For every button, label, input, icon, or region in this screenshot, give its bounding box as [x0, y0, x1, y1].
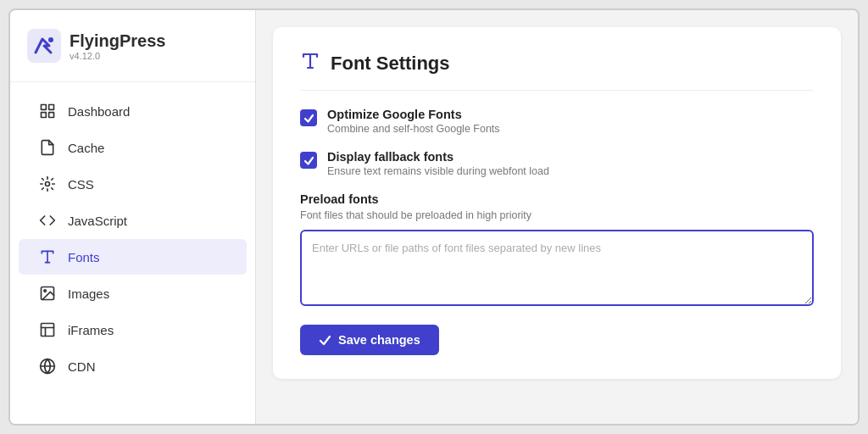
- display-fallback-fonts-title: Display fallback fonts: [327, 150, 549, 164]
- settings-card: Font Settings Optimize Google Fonts Comb…: [273, 27, 841, 379]
- save-changes-button[interactable]: Save changes: [300, 325, 439, 355]
- cdn-icon: [39, 358, 56, 375]
- javascript-icon: [39, 212, 56, 229]
- svg-rect-4: [42, 113, 47, 118]
- images-icon: [39, 285, 56, 302]
- fonts-icon: [39, 248, 56, 265]
- sidebar-item-images-label: Images: [68, 287, 109, 301]
- svg-rect-3: [49, 105, 54, 110]
- sidebar-nav: Dashboard Cache CSS: [10, 82, 255, 410]
- svg-point-10: [44, 290, 47, 292]
- main-content: Font Settings Optimize Google Fonts Comb…: [256, 10, 858, 424]
- preload-fonts-section: Preload fonts Font files that should be …: [300, 192, 814, 306]
- sidebar-item-cache-label: Cache: [68, 141, 104, 155]
- optimize-google-fonts-title: Optimize Google Fonts: [327, 108, 500, 121]
- save-button-label: Save changes: [338, 333, 420, 347]
- display-fallback-fonts-desc: Ensure text remains visible during webfo…: [327, 165, 549, 177]
- app-version: v4.12.0: [70, 51, 165, 61]
- preload-fonts-desc: Font files that should be preloaded in h…: [300, 209, 814, 221]
- sidebar-item-css[interactable]: CSS: [19, 166, 247, 202]
- svg-point-1: [48, 37, 53, 42]
- display-fallback-fonts-checkbox[interactable]: [300, 152, 317, 169]
- app-name: FlyingPress: [70, 31, 165, 51]
- sidebar-item-images[interactable]: Images: [19, 275, 247, 311]
- cache-icon: [39, 139, 56, 156]
- svg-rect-11: [42, 324, 54, 337]
- sidebar-item-iframes-label: iFrames: [68, 323, 114, 337]
- save-button-wrapper: Save changes: [300, 321, 814, 355]
- optimize-google-fonts-label: Optimize Google Fonts Combine and self-h…: [327, 108, 500, 135]
- app-window: FlyingPress v4.12.0 Dashboard: [8, 8, 860, 426]
- display-fallback-fonts-label: Display fallback fonts Ensure text remai…: [327, 150, 549, 177]
- settings-body: Optimize Google Fonts Combine and self-h…: [300, 108, 814, 355]
- sidebar-item-javascript[interactable]: JavaScript: [19, 203, 247, 238]
- font-settings-icon: [300, 51, 320, 76]
- display-fallback-fonts-row: Display fallback fonts Ensure text remai…: [300, 150, 814, 177]
- optimize-google-fonts-row: Optimize Google Fonts Combine and self-h…: [300, 108, 814, 135]
- sidebar-item-css-label: CSS: [68, 177, 94, 192]
- iframes-icon: [39, 321, 56, 338]
- preload-fonts-textarea[interactable]: [300, 230, 814, 306]
- page-title: Font Settings: [331, 53, 450, 75]
- preload-fonts-title: Preload fonts: [300, 192, 814, 206]
- svg-rect-2: [42, 105, 47, 110]
- optimize-google-fonts-checkbox[interactable]: [300, 109, 317, 126]
- logo-text: FlyingPress v4.12.0: [70, 31, 165, 61]
- checkmark-icon: [319, 334, 331, 347]
- flyingpress-logo-icon: [27, 29, 61, 63]
- sidebar-item-fonts[interactable]: Fonts: [19, 239, 247, 275]
- sidebar-item-cache[interactable]: Cache: [19, 130, 247, 165]
- sidebar-item-dashboard[interactable]: Dashboard: [19, 93, 247, 129]
- optimize-google-fonts-desc: Combine and self-host Google Fonts: [327, 123, 500, 135]
- sidebar-item-dashboard-label: Dashboard: [68, 104, 130, 119]
- svg-rect-5: [49, 113, 54, 118]
- css-icon: [39, 175, 56, 192]
- dashboard-icon: [39, 103, 56, 120]
- sidebar-item-cdn-label: CDN: [68, 359, 96, 374]
- sidebar-item-iframes[interactable]: iFrames: [19, 312, 247, 348]
- sidebar-item-fonts-label: Fonts: [68, 250, 100, 264]
- svg-point-6: [46, 182, 50, 186]
- sidebar-item-javascript-label: JavaScript: [68, 214, 127, 228]
- settings-header: Font Settings: [300, 51, 814, 91]
- sidebar: FlyingPress v4.12.0 Dashboard: [10, 10, 256, 424]
- sidebar-logo: FlyingPress v4.12.0: [10, 10, 255, 82]
- sidebar-item-cdn[interactable]: CDN: [19, 348, 247, 384]
